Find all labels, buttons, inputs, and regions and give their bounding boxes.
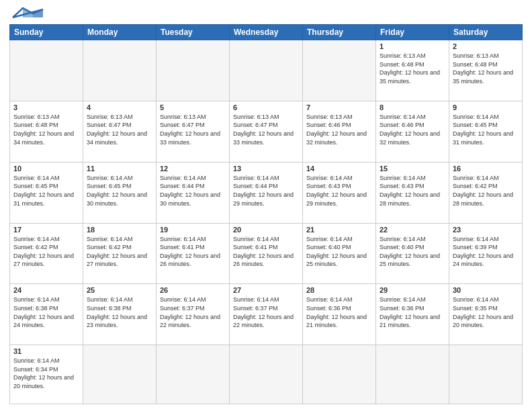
day-number: 18	[87, 226, 152, 234]
day-info: Sunrise: 6:14 AM Sunset: 6:36 PM Dayligh…	[380, 295, 445, 329]
day-number: 15	[380, 165, 445, 173]
calendar-day-header-saturday: Saturday	[449, 25, 523, 40]
day-number: 17	[13, 226, 79, 234]
day-info: Sunrise: 6:14 AM Sunset: 6:42 PM Dayligh…	[13, 235, 79, 269]
day-info: Sunrise: 6:14 AM Sunset: 6:40 PM Dayligh…	[306, 235, 372, 269]
calendar-week-2: 10Sunrise: 6:14 AM Sunset: 6:45 PM Dayli…	[10, 162, 523, 223]
calendar-table: SundayMondayTuesdayWednesdayThursdayFrid…	[9, 24, 523, 404]
calendar-cell-18: 18Sunrise: 6:14 AM Sunset: 6:42 PM Dayli…	[83, 223, 157, 284]
calendar-cell-10: 10Sunrise: 6:14 AM Sunset: 6:45 PM Dayli…	[10, 162, 83, 223]
day-number: 12	[160, 165, 226, 173]
calendar-day-header-sunday: Sunday	[10, 25, 83, 40]
svg-marker-2	[23, 8, 33, 17]
calendar-cell-2: 2Sunrise: 6:13 AM Sunset: 6:48 PM Daylig…	[449, 40, 523, 101]
day-number: 2	[453, 42, 519, 50]
day-number: 11	[87, 165, 152, 173]
day-number: 8	[380, 103, 445, 111]
day-number: 9	[453, 103, 519, 111]
calendar-cell-17: 17Sunrise: 6:14 AM Sunset: 6:42 PM Dayli…	[10, 223, 83, 284]
calendar-day-header-thursday: Thursday	[303, 25, 376, 40]
calendar-cell-24: 24Sunrise: 6:14 AM Sunset: 6:38 PM Dayli…	[10, 284, 83, 345]
day-number: 13	[233, 165, 299, 173]
calendar-week-4: 24Sunrise: 6:14 AM Sunset: 6:38 PM Dayli…	[10, 284, 523, 345]
calendar-cell-empty	[303, 40, 376, 101]
day-number: 1	[380, 42, 445, 50]
calendar-cell-28: 28Sunrise: 6:14 AM Sunset: 6:36 PM Dayli…	[303, 284, 376, 345]
calendar-cell-4: 4Sunrise: 6:13 AM Sunset: 6:47 PM Daylig…	[83, 101, 157, 162]
day-number: 24	[13, 286, 79, 294]
day-info: Sunrise: 6:14 AM Sunset: 6:45 PM Dayligh…	[453, 113, 519, 146]
calendar-week-5: 31Sunrise: 6:14 AM Sunset: 6:34 PM Dayli…	[10, 345, 523, 404]
day-info: Sunrise: 6:13 AM Sunset: 6:48 PM Dayligh…	[453, 52, 519, 85]
day-info: Sunrise: 6:14 AM Sunset: 6:42 PM Dayligh…	[453, 174, 519, 208]
day-number: 22	[380, 226, 445, 234]
calendar-cell-15: 15Sunrise: 6:14 AM Sunset: 6:43 PM Dayli…	[376, 162, 449, 223]
calendar-cell-8: 8Sunrise: 6:14 AM Sunset: 6:46 PM Daylig…	[376, 101, 449, 162]
calendar-cell-9: 9Sunrise: 6:14 AM Sunset: 6:45 PM Daylig…	[449, 101, 523, 162]
day-info: Sunrise: 6:14 AM Sunset: 6:34 PM Dayligh…	[13, 357, 79, 390]
day-info: Sunrise: 6:14 AM Sunset: 6:37 PM Dayligh…	[233, 295, 299, 329]
calendar-cell-16: 16Sunrise: 6:14 AM Sunset: 6:42 PM Dayli…	[449, 162, 523, 223]
day-info: Sunrise: 6:14 AM Sunset: 6:46 PM Dayligh…	[380, 113, 445, 146]
day-number: 5	[160, 103, 226, 111]
calendar-cell-empty	[230, 40, 303, 101]
day-info: Sunrise: 6:14 AM Sunset: 6:42 PM Dayligh…	[87, 235, 152, 269]
day-number: 7	[306, 103, 372, 111]
day-info: Sunrise: 6:14 AM Sunset: 6:40 PM Dayligh…	[380, 235, 445, 269]
day-number: 3	[13, 103, 79, 111]
day-info: Sunrise: 6:13 AM Sunset: 6:47 PM Dayligh…	[160, 113, 226, 146]
calendar-cell-21: 21Sunrise: 6:14 AM Sunset: 6:40 PM Dayli…	[303, 223, 376, 284]
day-number: 4	[87, 103, 152, 111]
day-info: Sunrise: 6:14 AM Sunset: 6:38 PM Dayligh…	[87, 295, 152, 329]
calendar-cell-20: 20Sunrise: 6:14 AM Sunset: 6:41 PM Dayli…	[230, 223, 303, 284]
day-number: 6	[233, 103, 299, 111]
calendar-cell-7: 7Sunrise: 6:13 AM Sunset: 6:46 PM Daylig…	[303, 101, 376, 162]
day-info: Sunrise: 6:14 AM Sunset: 6:38 PM Dayligh…	[13, 295, 79, 329]
calendar-cell-1: 1Sunrise: 6:13 AM Sunset: 6:48 PM Daylig…	[376, 40, 449, 101]
day-number: 10	[13, 165, 79, 173]
calendar-cell-empty	[157, 40, 230, 101]
calendar-cell-5: 5Sunrise: 6:13 AM Sunset: 6:47 PM Daylig…	[157, 101, 230, 162]
day-number: 25	[87, 286, 152, 294]
day-number: 26	[160, 286, 226, 294]
page: SundayMondayTuesdayWednesdayThursdayFrid…	[0, 0, 532, 411]
day-info: Sunrise: 6:14 AM Sunset: 6:36 PM Dayligh…	[306, 295, 372, 329]
calendar-cell-empty	[230, 345, 303, 404]
calendar-cell-11: 11Sunrise: 6:14 AM Sunset: 6:45 PM Dayli…	[83, 162, 157, 223]
day-info: Sunrise: 6:13 AM Sunset: 6:47 PM Dayligh…	[233, 113, 299, 146]
calendar-cell-empty	[10, 40, 83, 101]
day-info: Sunrise: 6:14 AM Sunset: 6:45 PM Dayligh…	[13, 174, 79, 208]
calendar-day-header-friday: Friday	[376, 25, 449, 40]
day-number: 16	[453, 165, 519, 173]
day-info: Sunrise: 6:13 AM Sunset: 6:48 PM Dayligh…	[13, 113, 79, 146]
calendar-cell-13: 13Sunrise: 6:14 AM Sunset: 6:44 PM Dayli…	[230, 162, 303, 223]
calendar-cell-14: 14Sunrise: 6:14 AM Sunset: 6:43 PM Dayli…	[303, 162, 376, 223]
logo-icon	[9, 7, 46, 19]
calendar-week-3: 17Sunrise: 6:14 AM Sunset: 6:42 PM Dayli…	[10, 223, 523, 284]
day-info: Sunrise: 6:13 AM Sunset: 6:47 PM Dayligh…	[87, 113, 152, 146]
calendar-header-row: SundayMondayTuesdayWednesdayThursdayFrid…	[10, 25, 523, 40]
calendar-cell-empty	[83, 40, 157, 101]
calendar-cell-6: 6Sunrise: 6:13 AM Sunset: 6:47 PM Daylig…	[230, 101, 303, 162]
calendar-week-0: 1Sunrise: 6:13 AM Sunset: 6:48 PM Daylig…	[10, 40, 523, 101]
calendar-cell-12: 12Sunrise: 6:14 AM Sunset: 6:44 PM Dayli…	[157, 162, 230, 223]
day-info: Sunrise: 6:13 AM Sunset: 6:48 PM Dayligh…	[380, 52, 445, 85]
day-number: 19	[160, 226, 226, 234]
day-number: 29	[380, 286, 445, 294]
calendar-cell-26: 26Sunrise: 6:14 AM Sunset: 6:37 PM Dayli…	[157, 284, 230, 345]
calendar-cell-30: 30Sunrise: 6:14 AM Sunset: 6:35 PM Dayli…	[449, 284, 523, 345]
day-info: Sunrise: 6:14 AM Sunset: 6:41 PM Dayligh…	[233, 235, 299, 269]
day-info: Sunrise: 6:14 AM Sunset: 6:43 PM Dayligh…	[306, 174, 372, 208]
day-number: 30	[453, 286, 519, 294]
calendar-cell-25: 25Sunrise: 6:14 AM Sunset: 6:38 PM Dayli…	[83, 284, 157, 345]
day-info: Sunrise: 6:13 AM Sunset: 6:46 PM Dayligh…	[306, 113, 372, 146]
day-number: 31	[13, 347, 79, 355]
day-info: Sunrise: 6:14 AM Sunset: 6:35 PM Dayligh…	[453, 295, 519, 329]
day-info: Sunrise: 6:14 AM Sunset: 6:45 PM Dayligh…	[87, 174, 152, 208]
day-info: Sunrise: 6:14 AM Sunset: 6:37 PM Dayligh…	[160, 295, 226, 329]
calendar-day-header-tuesday: Tuesday	[157, 25, 230, 40]
calendar-cell-29: 29Sunrise: 6:14 AM Sunset: 6:36 PM Dayli…	[376, 284, 449, 345]
calendar-cell-empty	[449, 345, 523, 404]
calendar-cell-empty	[376, 345, 449, 404]
day-number: 27	[233, 286, 299, 294]
